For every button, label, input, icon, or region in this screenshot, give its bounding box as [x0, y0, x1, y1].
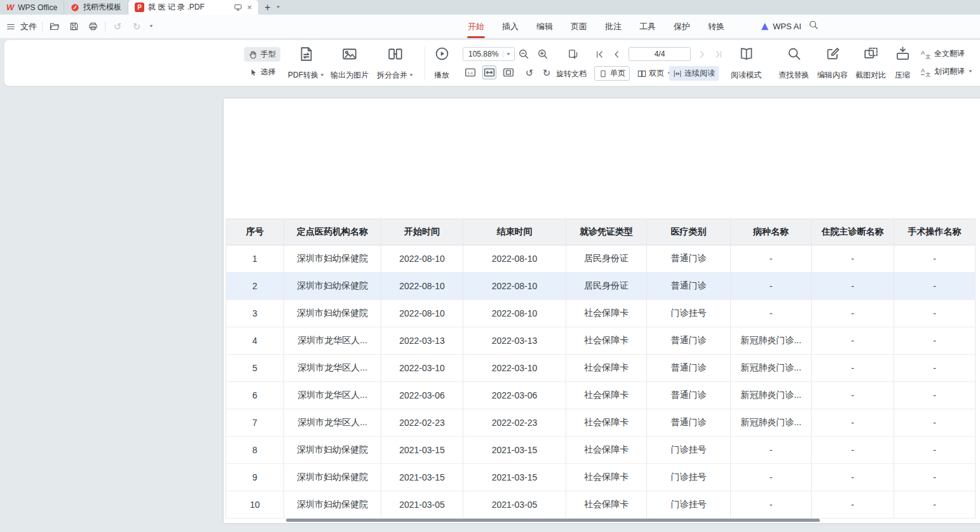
new-tab-button[interactable]: +: [264, 2, 270, 13]
table-cell: 门诊挂号: [647, 464, 731, 491]
compress-button[interactable]: 压缩: [885, 46, 920, 81]
search-button[interactable]: [808, 20, 819, 30]
table-header-cell: 定点医药机构名称: [284, 219, 381, 245]
pdf-convert-button[interactable]: PDF转换▼: [283, 46, 329, 81]
screenshot-compare-label: 截图对比: [855, 70, 886, 81]
continuous-read-icon: [673, 69, 682, 78]
save-button[interactable]: [67, 20, 81, 34]
table-cell: 普通门诊: [647, 409, 731, 436]
split-merge-label: 拆分合并: [377, 70, 407, 81]
single-page-mode-button[interactable]: 单页: [594, 66, 630, 81]
docer-icon: [71, 3, 79, 12]
screen-share-icon[interactable]: [234, 3, 242, 11]
full-translate-button[interactable]: A 文 全文翻译: [921, 48, 965, 59]
table-cell: 2022-02-23: [381, 409, 463, 436]
table-cell: 2022-03-10: [463, 355, 566, 381]
tab-label: 找稻壳模板: [83, 2, 121, 13]
pan-page-button[interactable]: [566, 47, 580, 61]
word-translate-button[interactable]: A 文 划词翻译 ▼: [921, 66, 973, 77]
split-merge-button[interactable]: 拆分合并▼: [372, 46, 418, 81]
undo-button[interactable]: ↺: [111, 20, 125, 34]
hand-tool-label: 手型: [261, 49, 276, 60]
play-label: 播放: [434, 70, 449, 81]
compress-label: 压缩: [895, 70, 910, 81]
screenshot-compare-icon: [864, 46, 878, 61]
wps-ai-button[interactable]: WPS AI: [760, 15, 801, 38]
table-cell: -: [894, 382, 976, 409]
table-cell: -: [894, 327, 976, 354]
next-page-button[interactable]: [695, 47, 709, 61]
export-image-button[interactable]: 输出为图片: [327, 46, 372, 81]
fit-width-icon: [484, 67, 495, 78]
ribbon-toolbar: 手型 选择 PDF转换▼ 输出为图片 拆分合并▼ 播放: [4, 39, 980, 86]
fit-width-button[interactable]: [482, 65, 496, 79]
table-cell: -: [812, 491, 894, 518]
menu-annotate[interactable]: 批注: [605, 15, 622, 38]
zoom-chevron-icon[interactable]: ▼: [506, 52, 511, 57]
first-page-button[interactable]: [592, 47, 606, 61]
menu-insert[interactable]: 插入: [502, 15, 519, 38]
edit-content-label: 编辑内容: [817, 70, 848, 81]
undo-history-chevron-icon[interactable]: ▼: [149, 24, 154, 29]
table-cell: -: [812, 327, 894, 354]
table-cell: -: [812, 464, 894, 491]
table-cell: 新冠肺炎门诊...: [731, 355, 812, 381]
table-cell: -: [812, 245, 894, 272]
table-row: 2深圳市妇幼保健院2022-08-102022-08-10居民身份证普通门诊--…: [226, 273, 976, 300]
table-row: 7深圳市龙华区人...2022-02-232022-02-23社会保障卡普通门诊…: [226, 409, 976, 437]
menu-protect[interactable]: 保护: [674, 15, 690, 38]
table-cell: 2022-08-10: [381, 300, 463, 327]
divider: [42, 22, 43, 31]
hamburger-menu-icon[interactable]: [6, 22, 15, 31]
table-cell: -: [894, 464, 976, 491]
rotate-left-button[interactable]: ↺: [522, 65, 536, 79]
divider: [503, 50, 503, 58]
tab-docer-templates[interactable]: 找稻壳模板: [64, 0, 128, 15]
menu-page[interactable]: 页面: [571, 15, 587, 38]
rotate-doc-button[interactable]: 旋转文档: [556, 69, 587, 79]
tab-list-chevron-icon[interactable]: ▼: [276, 5, 281, 10]
menu-convert[interactable]: 转换: [708, 15, 725, 38]
rotate-right-button[interactable]: ↻: [540, 65, 554, 79]
actual-size-button[interactable]: 1:1: [463, 65, 477, 79]
page-number-input[interactable]: 4/4: [629, 47, 691, 61]
close-tab-icon[interactable]: ×: [246, 3, 254, 12]
hand-tool-button[interactable]: 手型: [244, 47, 280, 62]
zoom-combobox[interactable]: 105.88% ▼: [463, 47, 515, 61]
file-menu[interactable]: 文件: [20, 21, 37, 32]
edit-content-icon: [826, 46, 840, 61]
table-cell: 社会保障卡: [566, 464, 647, 491]
double-page-icon: [637, 69, 646, 78]
document-viewport[interactable]: 序号定点医药机构名称开始时间结束时间就诊凭证类型医疗类别病种名称住院主诊断名称手…: [0, 87, 980, 532]
zoom-in-button[interactable]: [536, 47, 550, 61]
table-header-cell: 开始时间: [381, 219, 463, 245]
fit-page-button[interactable]: [501, 65, 515, 79]
menu-tools[interactable]: 工具: [639, 15, 656, 38]
horizontal-scrollbar-thumb[interactable]: [286, 519, 820, 522]
menu-home[interactable]: 开始: [468, 15, 484, 38]
read-mode-button[interactable]: 阅读模式: [723, 46, 769, 81]
table-cell: -: [731, 491, 812, 518]
table-cell: 深圳市妇幼保健院: [284, 437, 381, 463]
continuous-read-button[interactable]: 连续阅读: [669, 66, 719, 81]
full-translate-label: 全文翻译: [934, 48, 965, 59]
open-file-button[interactable]: [48, 20, 62, 34]
table-cell: 2022-03-06: [381, 382, 463, 409]
menu-edit[interactable]: 编辑: [536, 15, 553, 38]
previous-page-icon: [612, 50, 622, 59]
chevron-down-icon: ▼: [320, 73, 325, 78]
select-tool-button[interactable]: 选择: [244, 65, 280, 79]
play-button[interactable]: 播放: [426, 46, 458, 81]
tab-document-pdf[interactable]: P 就 医 记 录 .PDF ×: [128, 0, 258, 15]
previous-page-button[interactable]: [609, 47, 623, 61]
single-page-icon: [599, 69, 608, 78]
redo-button[interactable]: ↻: [130, 20, 144, 34]
table-cell: 2022-03-06: [463, 382, 566, 409]
table-cell: -: [731, 437, 812, 463]
print-button[interactable]: [86, 20, 100, 34]
zoom-out-button[interactable]: [517, 47, 531, 61]
table-cell: 新冠肺炎门诊...: [731, 382, 812, 409]
tab-wps-home[interactable]: W WPS Office: [0, 0, 64, 15]
table-cell: 居民身份证: [566, 245, 647, 272]
table-row: 8深圳市妇幼保健院2021-03-152021-03-15社会保障卡门诊挂号--…: [226, 437, 976, 464]
